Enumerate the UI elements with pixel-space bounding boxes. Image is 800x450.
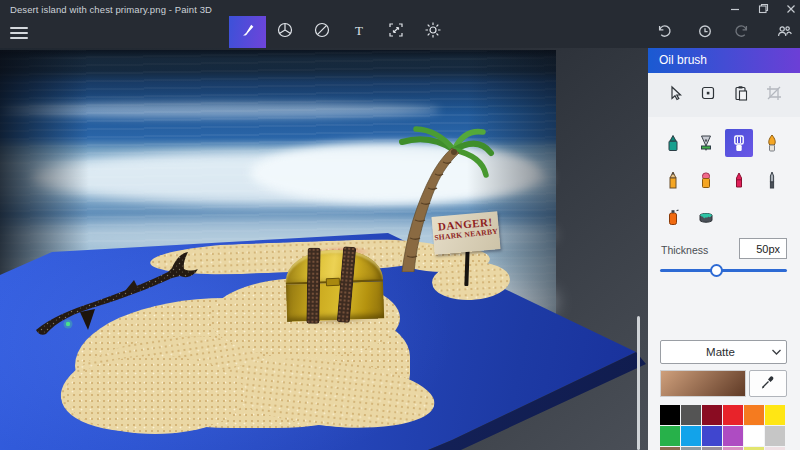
- remix-3d-button[interactable]: [772, 24, 796, 42]
- marker-icon: [663, 133, 683, 153]
- eraser-icon: [696, 170, 716, 190]
- menu-icon[interactable]: [8, 24, 30, 41]
- color-swatch[interactable]: [744, 426, 764, 446]
- svg-text:T: T: [355, 23, 363, 38]
- panel-tools-row: [648, 73, 800, 117]
- brush-grid: [659, 129, 789, 231]
- paste-button[interactable]: [728, 82, 754, 108]
- material-dropdown[interactable]: Matte: [660, 340, 787, 364]
- color-swatch[interactable]: [723, 405, 743, 425]
- thickness-slider[interactable]: [660, 262, 787, 278]
- canvas-scrollbar[interactable]: [637, 316, 640, 450]
- color-swatch[interactable]: [681, 426, 701, 446]
- top-toolbar: T: [229, 16, 451, 48]
- canvas-resize-icon: [387, 21, 405, 43]
- brush-spray-can[interactable]: [659, 203, 687, 231]
- color-swatch[interactable]: [660, 405, 680, 425]
- chevron-down-icon: [766, 348, 786, 356]
- restore-button[interactable]: [750, 0, 776, 17]
- color-swatch[interactable]: [681, 405, 701, 425]
- select-tool-button[interactable]: [662, 82, 688, 108]
- treasure-chest[interactable]: [285, 248, 384, 321]
- fill-icon: [696, 207, 716, 227]
- tab-effects[interactable]: [414, 16, 451, 48]
- brush-fill[interactable]: [692, 203, 720, 231]
- color-swatch[interactable]: [702, 405, 722, 425]
- thickness-label: Thickness: [661, 244, 708, 256]
- brush-icon: [239, 21, 257, 43]
- brush-eraser[interactable]: [692, 166, 720, 194]
- color-swatch[interactable]: [660, 426, 680, 446]
- brush-panel: Oil brush: [648, 48, 800, 450]
- oil-brush-icon: [729, 133, 749, 153]
- color-swatch[interactable]: [702, 426, 722, 446]
- color-swatch[interactable]: [723, 426, 743, 446]
- current-color-preview: [660, 370, 746, 397]
- titlebar: Desert island with chest primary.png - P…: [0, 0, 800, 48]
- brush-watercolour[interactable]: [758, 129, 786, 157]
- slider-thumb[interactable]: [710, 264, 723, 277]
- clipboard-icon: [732, 84, 750, 106]
- redo-button[interactable]: [730, 24, 754, 42]
- minimize-button[interactable]: [722, 0, 748, 17]
- people-icon: [776, 23, 793, 43]
- tab-3d-shapes[interactable]: [266, 16, 303, 48]
- close-button[interactable]: [778, 0, 800, 17]
- brush-oil-brush[interactable]: [725, 129, 753, 157]
- cursor-icon: [666, 84, 684, 106]
- pencil-icon: [663, 170, 683, 190]
- undo-button[interactable]: [652, 24, 676, 42]
- crayon-icon: [729, 170, 749, 190]
- watercolour-icon: [762, 133, 782, 153]
- brush-crayon[interactable]: [725, 166, 753, 194]
- tab-stickers[interactable]: [303, 16, 340, 48]
- tab-brushes[interactable]: [229, 16, 266, 48]
- thickness-input[interactable]: [739, 238, 787, 259]
- effects-sun-icon: [424, 21, 442, 43]
- material-selected-value: Matte: [661, 346, 766, 358]
- chest-strap: [306, 248, 320, 324]
- color-swatch[interactable]: [765, 426, 785, 446]
- sticker-icon: [313, 21, 331, 43]
- color-swatch[interactable]: [765, 405, 785, 425]
- brush-calligraphy-pen[interactable]: [692, 129, 720, 157]
- crop-icon: [765, 84, 783, 106]
- eyedropper-icon: [760, 374, 776, 394]
- 3d-shapes-icon: [276, 21, 294, 43]
- brush-pencil[interactable]: [659, 166, 687, 194]
- color-swatch[interactable]: [744, 405, 764, 425]
- window-title: Desert island with chest primary.png - P…: [10, 4, 212, 15]
- history-clock-icon: [697, 23, 713, 43]
- magic-select-icon: [699, 84, 717, 106]
- pixel-pen-icon: [762, 170, 782, 190]
- tab-text[interactable]: T: [340, 16, 377, 48]
- undo-icon: [656, 23, 672, 43]
- eyedropper-button[interactable]: [749, 370, 787, 397]
- tab-canvas[interactable]: [377, 16, 414, 48]
- slider-track: [660, 269, 787, 272]
- whale-shark[interactable]: [22, 250, 202, 342]
- calligraphy-pen-icon: [696, 133, 716, 153]
- text-icon: T: [350, 21, 368, 43]
- brush-pixel-pen[interactable]: [758, 166, 786, 194]
- color-palette: [660, 405, 787, 450]
- spray-can-icon: [663, 207, 683, 227]
- warning-sign[interactable]: DANGER! SHARK NEARBY: [431, 211, 500, 255]
- history-button[interactable]: [693, 24, 717, 42]
- magic-select-button[interactable]: [695, 82, 721, 108]
- paint-3d-window: Desert island with chest primary.png - P…: [0, 0, 800, 450]
- brush-marker[interactable]: [659, 129, 687, 157]
- crop-button[interactable]: [761, 82, 787, 108]
- chest-latch: [326, 278, 340, 286]
- canvas-3d-view[interactable]: DANGER! SHARK NEARBY: [0, 48, 648, 450]
- panel-title: Oil brush: [648, 48, 800, 73]
- redo-icon: [734, 23, 750, 43]
